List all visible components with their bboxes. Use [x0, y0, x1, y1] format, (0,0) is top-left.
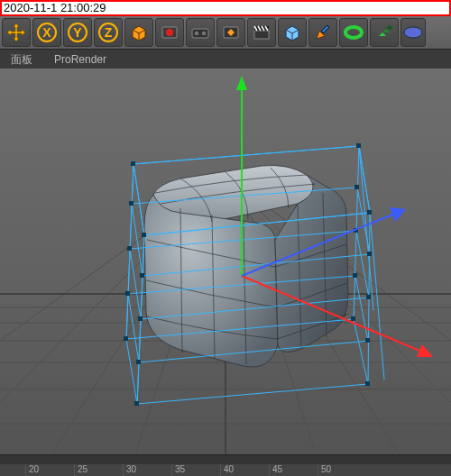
svg-rect-39 — [124, 336, 128, 341]
record-frame-icon — [159, 22, 180, 43]
svg-rect-49 — [367, 252, 372, 256]
svg-point-10 — [202, 32, 206, 35]
cube-primitive-icon — [128, 22, 150, 43]
svg-point-7 — [166, 29, 173, 36]
svg-rect-14 — [321, 25, 328, 32]
svg-text:X: X — [42, 25, 51, 40]
svg-rect-53 — [365, 338, 370, 343]
pen-tool-button[interactable] — [308, 18, 337, 47]
tick-label: 35 — [175, 464, 185, 474]
svg-text:Z: Z — [105, 25, 113, 40]
svg-marker-56 — [236, 76, 247, 90]
svg-rect-47 — [129, 201, 133, 206]
svg-rect-52 — [353, 273, 357, 278]
menu-panel[interactable]: 面板 — [0, 50, 43, 69]
tick-label: 50 — [321, 464, 331, 474]
clapboard-button[interactable] — [247, 18, 276, 47]
svg-rect-8 — [192, 29, 208, 38]
svg-point-16 — [404, 27, 422, 38]
side1-cube-icon — [281, 22, 303, 43]
capsule-icon — [402, 22, 424, 43]
y-axis-button[interactable]: Y — [63, 18, 92, 47]
svg-point-9 — [195, 32, 198, 35]
side1-cube-button[interactable] — [278, 18, 307, 47]
viewport-scene — [0, 69, 451, 454]
timeline-ruler: 20 25 30 35 40 45 50 — [0, 464, 451, 476]
svg-rect-42 — [134, 401, 139, 406]
x-axis-icon: X — [36, 22, 58, 43]
cube-primitive-button[interactable] — [124, 18, 153, 47]
svg-rect-50 — [140, 273, 144, 278]
keyframe-icon — [220, 22, 242, 43]
z-axis-button[interactable]: Z — [94, 18, 123, 47]
extrude-icon — [373, 22, 395, 43]
title-bar: 2020-11-1 21:00:29 — [0, 0, 451, 16]
svg-point-15 — [345, 27, 362, 38]
z-axis-icon: Z — [97, 22, 119, 43]
viewport-menubar: 面板 ProRender — [0, 49, 451, 70]
tick-label: 40 — [224, 464, 234, 474]
record-frame-button[interactable] — [155, 18, 184, 47]
svg-rect-46 — [138, 316, 143, 321]
torus-green-button[interactable] — [339, 18, 368, 47]
svg-rect-36 — [356, 143, 361, 148]
svg-rect-12 — [254, 31, 269, 39]
menu-prorender[interactable]: ProRender — [43, 50, 117, 69]
tape-icon — [189, 22, 211, 43]
tick-label: 30 — [126, 464, 136, 474]
svg-rect-43 — [127, 246, 132, 251]
tick-label: 25 — [78, 464, 87, 474]
svg-rect-41 — [365, 381, 370, 386]
clapboard-icon — [251, 22, 272, 43]
keyframe-button[interactable] — [216, 18, 245, 47]
extrude-button[interactable] — [370, 18, 399, 47]
timeline[interactable]: 20 25 30 35 40 45 50 — [0, 454, 451, 476]
move-tool-button[interactable] — [2, 18, 31, 47]
svg-rect-38 — [142, 233, 146, 237]
svg-rect-35 — [131, 161, 135, 166]
tick-label: 45 — [272, 464, 282, 474]
pen-tool-icon — [312, 22, 334, 43]
capsule-button[interactable] — [400, 18, 426, 47]
timeline-track[interactable] — [0, 455, 451, 464]
x-axis-button[interactable]: X — [32, 18, 61, 47]
tape-button[interactable] — [186, 18, 215, 47]
perspective-viewport[interactable] — [0, 69, 451, 454]
svg-rect-51 — [125, 291, 130, 296]
svg-rect-40 — [351, 316, 355, 321]
svg-rect-48 — [354, 185, 359, 189]
main-toolbar: X Y Z — [0, 16, 451, 49]
svg-rect-54 — [136, 360, 141, 364]
y-axis-icon: Y — [67, 22, 88, 43]
svg-text:Y: Y — [73, 25, 82, 40]
timestamp-label: 2020-11-1 21:00:29 — [4, 1, 106, 14]
tick-label: 20 — [29, 464, 39, 474]
move-tool-icon — [5, 22, 27, 43]
svg-rect-37 — [367, 210, 372, 215]
svg-rect-45 — [366, 295, 371, 299]
torus-green-icon — [343, 22, 364, 43]
